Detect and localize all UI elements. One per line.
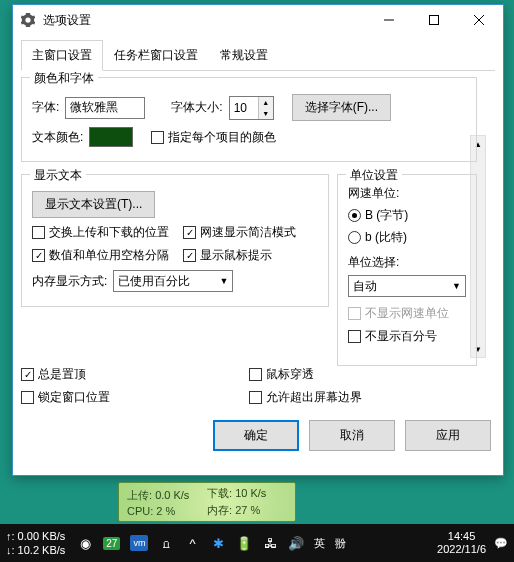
speed-unit-label: 网速单位: — [348, 185, 466, 202]
ok-button[interactable]: 确定 — [213, 420, 299, 451]
legend-unit: 单位设置 — [346, 167, 402, 184]
legend-color-font: 颜色和字体 — [30, 70, 98, 87]
bluetooth-icon[interactable]: ✱ — [210, 535, 226, 551]
tab-main-window[interactable]: 主窗口设置 — [21, 40, 103, 71]
taskbar-down-speed: ↓: 10.2 KB/s — [6, 543, 65, 557]
cancel-button[interactable]: 取消 — [309, 420, 395, 451]
per-item-color-checkbox[interactable]: 指定每个项目的颜色 — [151, 129, 276, 146]
hide-percent-checkbox[interactable]: 不显示百分号 — [348, 328, 466, 345]
compact-mode-checkbox[interactable]: 网速显示简洁模式 — [183, 224, 296, 241]
display-text-settings-button[interactable]: 显示文本设置(T)... — [32, 191, 155, 218]
close-button[interactable] — [456, 6, 501, 34]
always-on-top-checkbox[interactable]: 总是置顶 — [21, 366, 249, 383]
taskbar-clock[interactable]: 14:45 2022/11/6 — [437, 530, 486, 556]
unit-select[interactable]: 自动▼ — [348, 275, 466, 297]
ime-indicator-1[interactable]: 英 — [314, 536, 325, 551]
text-color-label: 文本颜色: — [32, 129, 83, 146]
group-color-font: 颜色和字体 字体: 字体大小: ▲▼ 选择字体(F)... 文本颜色: — [21, 77, 477, 162]
overlay-memory: 内存: 27 % — [207, 503, 287, 518]
maximize-button[interactable] — [411, 6, 456, 34]
network-icon[interactable]: 🖧 — [262, 535, 278, 551]
svg-rect-1 — [429, 16, 438, 25]
notifications-icon[interactable]: 💬 — [494, 537, 508, 550]
swap-upload-download-checkbox[interactable]: 交换上传和下载的位置 — [32, 224, 169, 241]
font-size-input[interactable] — [230, 97, 258, 119]
unit-select-label: 单位选择: — [348, 254, 466, 271]
tab-taskbar-window[interactable]: 任务栏窗口设置 — [103, 40, 209, 71]
group-unit-settings: 单位设置 网速单位: B (字节) b (比特) 单位选择: 自动▼ 不显示网速… — [337, 174, 477, 366]
unit-byte-radio[interactable]: B (字节) — [348, 207, 466, 224]
font-name-input[interactable] — [65, 97, 145, 119]
choose-font-button[interactable]: 选择字体(F)... — [292, 94, 391, 121]
overlay-download: 下载: 10 K/s — [207, 486, 287, 501]
minimize-button[interactable] — [366, 6, 411, 34]
font-label: 字体: — [32, 99, 59, 116]
memory-display-label: 内存显示方式: — [32, 273, 107, 290]
battery-icon[interactable]: 🔋 — [236, 535, 252, 551]
tabs: 主窗口设置 任务栏窗口设置 常规设置 — [21, 39, 495, 71]
titlebar: 选项设置 — [13, 5, 503, 35]
ime-indicator-2[interactable]: 翂 — [335, 536, 346, 551]
taskbar-net-stats[interactable]: ↑: 0.00 KB/s ↓: 10.2 KB/s — [6, 529, 65, 557]
settings-window: 选项设置 主窗口设置 任务栏窗口设置 常规设置 ▲ ▼ 颜色和字体 字体: — [12, 4, 504, 476]
tray-badge[interactable]: 27 — [103, 537, 120, 550]
legend-display-text: 显示文本 — [30, 167, 86, 184]
volume-icon[interactable]: 🔊 — [288, 535, 304, 551]
mouse-through-checkbox[interactable]: 鼠标穿透 — [249, 366, 477, 383]
spin-down-icon[interactable]: ▼ — [259, 108, 273, 119]
unit-bit-radio[interactable]: b (比特) — [348, 229, 466, 246]
spin-up-icon[interactable]: ▲ — [259, 97, 273, 108]
window-title: 选项设置 — [43, 12, 366, 29]
text-color-swatch[interactable] — [89, 127, 133, 147]
tray-app-icon[interactable]: ⩍ — [158, 535, 174, 551]
chevron-down-icon: ▼ — [452, 281, 461, 291]
tab-general[interactable]: 常规设置 — [209, 40, 279, 71]
mouse-tooltip-checkbox[interactable]: 显示鼠标提示 — [183, 247, 272, 264]
font-size-spinbox[interactable]: ▲▼ — [229, 96, 274, 120]
tray-vm-icon[interactable]: vm — [130, 535, 148, 551]
lock-position-checkbox[interactable]: 锁定窗口位置 — [21, 389, 249, 406]
space-separator-checkbox[interactable]: 数值和单位用空格分隔 — [32, 247, 169, 264]
overlay-cpu: CPU: 2 % — [127, 505, 207, 517]
gear-icon — [21, 13, 35, 27]
taskbar: ↑: 0.00 KB/s ↓: 10.2 KB/s ◉ 27 vm ⩍ ^ ✱ … — [0, 524, 514, 562]
allow-offscreen-checkbox[interactable]: 允许超出屏幕边界 — [249, 389, 477, 406]
clock-date: 2022/11/6 — [437, 543, 486, 556]
taskbar-up-speed: ↑: 0.00 KB/s — [6, 529, 65, 543]
clock-time: 14:45 — [448, 530, 476, 543]
overlay-upload: 上传: 0.0 K/s — [127, 488, 207, 503]
font-size-label: 字体大小: — [171, 99, 222, 116]
traffic-monitor-overlay[interactable]: 上传: 0.0 K/s CPU: 2 % 下载: 10 K/s 内存: 27 % — [118, 482, 296, 522]
chevron-down-icon: ▼ — [219, 276, 228, 286]
memory-display-select[interactable]: 已使用百分比▼ — [113, 270, 233, 292]
tray-circle-icon[interactable]: ◉ — [77, 535, 93, 551]
group-display-text: 显示文本 显示文本设置(T)... 交换上传和下载的位置 网速显示简洁模式 数值… — [21, 174, 329, 307]
tray-chevron-up-icon[interactable]: ^ — [184, 535, 200, 551]
apply-button[interactable]: 应用 — [405, 420, 491, 451]
hide-net-unit-checkbox: 不显示网速单位 — [348, 305, 466, 322]
